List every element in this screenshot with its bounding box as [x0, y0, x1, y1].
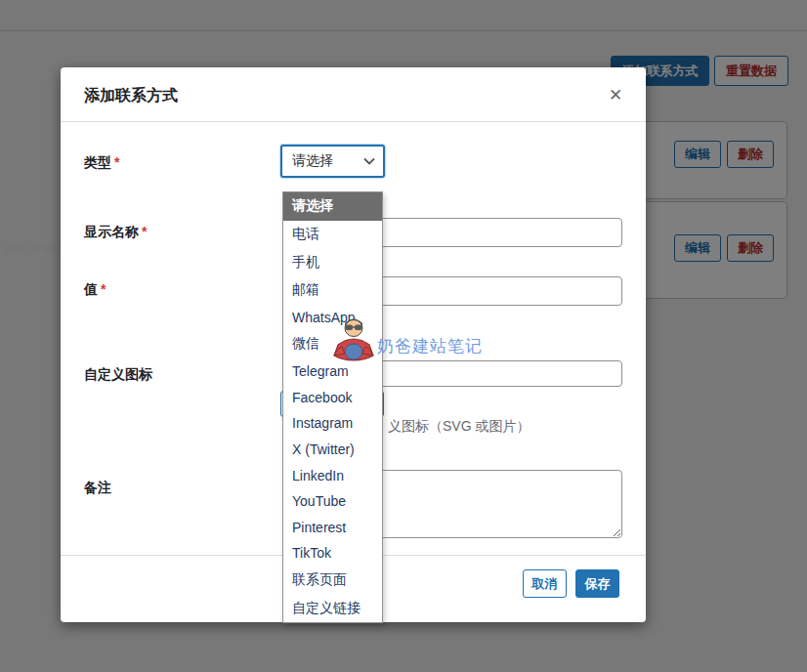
chevron-down-icon — [363, 157, 375, 165]
custom-icon-label: 自定义图标 — [84, 366, 152, 384]
dropdown-option[interactable]: 自定义链接 — [283, 594, 382, 622]
modal-title: 添加联系方式 — [84, 86, 178, 106]
type-dropdown-list: 请选择 电话 手机 邮箱 WhatsApp 微信 Telegram Facebo… — [282, 191, 383, 623]
custom-icon-hint: 义图标（SVG 或图片） — [388, 418, 530, 436]
dropdown-option[interactable]: Telegram — [283, 358, 382, 385]
required-asterisk: * — [101, 281, 106, 297]
dropdown-option[interactable]: 请选择 — [283, 192, 382, 221]
type-select[interactable]: 请选择 — [280, 145, 385, 178]
dropdown-option[interactable]: 邮箱 — [283, 276, 382, 305]
type-select-value: 请选择 — [292, 152, 333, 170]
required-asterisk: * — [114, 154, 119, 170]
dropdown-option[interactable]: 手机 — [283, 248, 382, 276]
dropdown-option[interactable]: 电话 — [283, 221, 382, 249]
type-label: 类型* — [84, 154, 119, 172]
modal-header: 添加联系方式 ✕ — [61, 67, 646, 122]
dropdown-option[interactable]: 联系页面 — [283, 567, 382, 595]
cancel-button[interactable]: 取消 — [523, 569, 567, 598]
dropdown-option[interactable]: TikTok — [283, 540, 382, 567]
dropdown-option[interactable]: Instagram — [283, 410, 382, 437]
value-label: 值* — [84, 281, 106, 299]
display-name-label: 显示名称* — [84, 224, 147, 241]
dropdown-option[interactable]: YouTube — [283, 488, 382, 515]
required-asterisk: * — [142, 224, 147, 239]
close-icon[interactable]: ✕ — [603, 83, 628, 108]
dropdown-option[interactable]: X (Twitter) — [283, 437, 382, 463]
notes-label: 备注 — [84, 480, 111, 497]
dropdown-option[interactable]: WhatsApp — [283, 305, 382, 331]
save-button[interactable]: 保存 — [575, 569, 619, 598]
dropdown-option[interactable]: 微信 — [283, 330, 382, 358]
dropdown-option[interactable]: Pinterest — [283, 515, 382, 541]
dropdown-option[interactable]: LinkedIn — [283, 462, 382, 488]
dropdown-option[interactable]: Facebook — [283, 384, 382, 410]
